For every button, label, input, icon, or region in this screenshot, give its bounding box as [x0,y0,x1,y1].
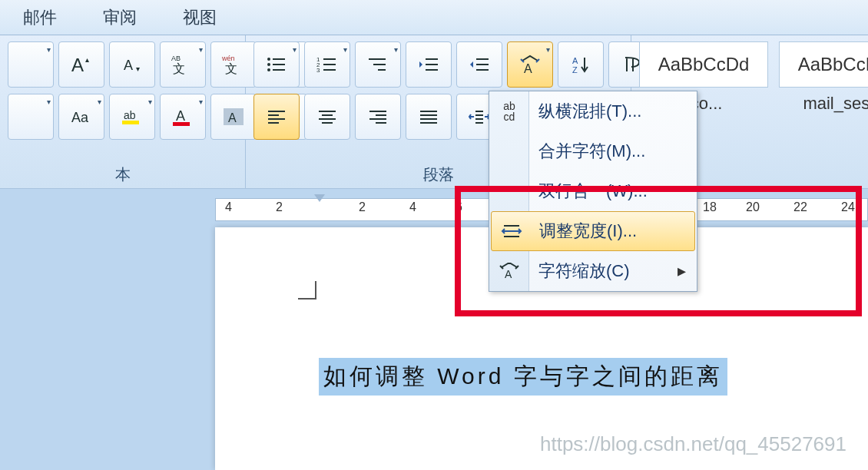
svg-text:A: A [572,56,578,65]
menu-mail[interactable]: 邮件 [23,6,57,29]
svg-rect-56 [420,114,437,116]
bullets-button[interactable]: ▾ [253,41,300,88]
menu-item-combine-characters[interactable]: 合并字符(M)... [489,131,697,171]
ribbon: ▾ A▴ A▾ AB文▾ wén文 A ▾ Aa▾ ab▾ A▾ A 字 本 ▾… [0,35,868,189]
svg-rect-14 [173,122,190,126]
menu-item-two-lines[interactable]: 双行合一(W)... [489,171,697,211]
change-case-button[interactable]: Aa▾ [58,94,104,140]
svg-rect-35 [426,64,438,65]
document-selected-text[interactable]: 如何调整 Word 字与字之间的距离 [319,358,727,396]
svg-text:A: A [176,108,185,124]
svg-text:▾: ▾ [136,65,140,73]
svg-rect-26 [323,58,336,60]
svg-rect-36 [426,69,438,71]
svg-rect-32 [373,64,386,65]
menu-item-character-scaling[interactable]: A 字符缩放(C) ▸ [489,251,697,291]
align-right-button[interactable] [355,94,401,140]
shrink-font-button[interactable]: A▾ [109,41,155,88]
svg-rect-37 [476,58,489,60]
font-size-dropdown-button[interactable]: ▾ [8,94,54,140]
svg-text:A: A [228,111,237,124]
grow-font-button[interactable]: A▴ [58,41,104,88]
svg-rect-61 [475,118,483,120]
svg-rect-44 [268,114,279,116]
svg-rect-30 [323,69,336,71]
svg-rect-67 [504,236,519,237]
svg-rect-33 [378,69,386,71]
font-color-button[interactable]: A▾ [160,94,206,140]
align-justify-button[interactable] [406,94,452,140]
align-center-button[interactable] [304,94,350,140]
svg-rect-66 [504,225,519,227]
font-dropdown-button[interactable]: ▾ [8,41,54,88]
ribbon-group-label: 本 [8,161,237,185]
align-left-button[interactable] [253,94,300,140]
sort-button[interactable]: AZ [558,41,604,88]
menu-item-vertical-horizontal[interactable]: ab cd 纵横混排(T)... [489,91,697,131]
svg-rect-43 [268,111,285,112]
svg-rect-52 [376,114,386,116]
asian-layout-button[interactable]: A▾ [507,41,553,88]
style-preview-1[interactable]: AaBbCcDd [639,41,768,88]
ruler-tick: 24 [841,200,855,214]
ruler-tick: 2 [276,200,283,214]
menu-bar: 邮件 审阅 视图 [0,0,868,35]
asian-layout-dropdown: ab cd 纵横混排(T)... 合并字符(M)... 双行合一(W)... 调… [489,91,697,292]
menu-item-label: 调整宽度(I)... [539,220,637,243]
menu-review[interactable]: 审阅 [103,6,137,29]
ruler-tick: 20 [746,200,760,214]
ribbon-group-font: ▾ A▴ A▾ AB文▾ wén文 A ▾ Aa▾ ab▾ A▾ A 字 本 [0,35,246,188]
svg-rect-31 [369,58,386,60]
svg-rect-46 [268,122,279,124]
ruler-tick: 4 [409,200,416,214]
ruler-tick: 22 [793,200,807,214]
svg-rect-12 [122,121,139,124]
svg-rect-57 [420,118,437,120]
svg-rect-51 [369,111,386,112]
menu-item-label: 合并字符(M)... [538,140,645,163]
svg-rect-58 [420,122,437,124]
svg-rect-54 [376,122,386,124]
svg-rect-47 [319,111,336,112]
ruler-indent-marker-icon[interactable] [314,194,325,204]
svg-text:▴: ▴ [85,55,89,64]
phonetic-guide-button[interactable]: AB文▾ [160,41,206,88]
numbering-button[interactable]: 123▾ [304,41,350,88]
svg-text:Z: Z [572,65,578,74]
svg-rect-62 [475,122,483,124]
submenu-arrow-icon: ▸ [678,261,686,281]
svg-text:AB: AB [171,55,181,62]
svg-text:A: A [124,58,133,73]
svg-text:wén: wén [221,55,235,62]
svg-point-23 [267,68,270,71]
svg-rect-49 [319,118,336,120]
abcd-icon: ab cd [495,101,523,122]
highlight-button[interactable]: ab▾ [109,94,155,140]
multilevel-list-button[interactable]: ▾ [355,41,401,88]
menu-item-label: 纵横混排(T)... [538,100,641,123]
svg-rect-34 [426,58,438,60]
menu-item-label: 字符缩放(C) [538,260,630,283]
ruler-area: 4224618202224 [0,189,868,227]
ruler-tick: 18 [703,200,717,214]
svg-text:A: A [505,268,512,280]
svg-rect-50 [322,122,333,124]
style-caption-2: mail_ses... [779,94,868,114]
style-preview-2[interactable]: AaBbCcDd [779,41,868,88]
menu-view[interactable]: 视图 [183,6,217,29]
svg-rect-48 [322,114,333,116]
ruler-tick: 2 [359,200,366,214]
svg-rect-39 [476,69,489,71]
svg-rect-24 [273,69,285,71]
paragraph-mark-icon [298,281,316,300]
menu-item-adjust-width[interactable]: 调整宽度(I)... [491,211,695,251]
svg-point-21 [267,63,270,66]
svg-text:A: A [71,55,84,75]
svg-rect-53 [369,118,386,120]
svg-rect-45 [268,118,285,120]
ruler-tick: 4 [225,200,232,214]
increase-indent-button[interactable] [456,41,502,88]
svg-rect-22 [273,64,285,65]
svg-text:文: 文 [173,62,185,75]
decrease-indent-button[interactable] [406,41,452,88]
